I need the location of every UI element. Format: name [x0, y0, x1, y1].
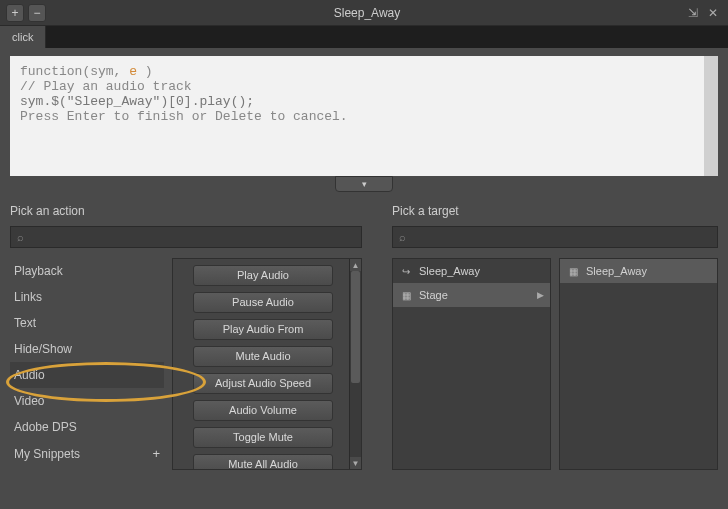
action-scrollbar[interactable]: ▲ ▼: [349, 259, 361, 469]
code-comment: // Play an audio track: [20, 79, 708, 94]
scroll-up-icon[interactable]: ▲: [350, 259, 361, 271]
target-col-2: ▦ Sleep_Away: [559, 258, 718, 470]
cat-my-snippets[interactable]: My Snippets +: [10, 440, 164, 467]
return-icon: ↪: [399, 266, 413, 277]
action-play-audio[interactable]: Play Audio: [193, 265, 333, 286]
dock-icon[interactable]: ⇲: [688, 6, 698, 20]
action-audio-volume[interactable]: Audio Volume: [193, 400, 333, 421]
window-titlebar: + − Sleep_Away ⇲ ✕: [0, 0, 728, 26]
pick-target-title: Pick a target: [392, 204, 718, 218]
action-pause-audio[interactable]: Pause Audio: [193, 292, 333, 313]
code-editor[interactable]: function(sym, e ) // Play an audio track…: [10, 56, 718, 176]
target-sleep-away[interactable]: ↪ Sleep_Away: [393, 259, 550, 283]
stage-icon: ▦: [399, 290, 413, 301]
action-adjust-audio-speed[interactable]: Adjust Audio Speed: [193, 373, 333, 394]
event-tabs: click: [0, 26, 728, 48]
window-title: Sleep_Away: [46, 6, 688, 20]
chevron-right-icon: ▶: [537, 290, 544, 300]
cat-adobe-dps[interactable]: Adobe DPS: [10, 414, 164, 440]
tab-click[interactable]: click: [0, 26, 46, 48]
code-line: sym.$("Sleep_Away")[0].play();: [20, 94, 708, 109]
cat-audio[interactable]: Audio: [10, 362, 164, 388]
cat-playback[interactable]: Playback: [10, 258, 164, 284]
cat-links[interactable]: Links: [10, 284, 164, 310]
code-hint: Press Enter to finish or Delete to cance…: [20, 109, 708, 124]
target-search-input[interactable]: ⌕: [392, 226, 718, 248]
scroll-down-icon[interactable]: ▼: [350, 457, 361, 469]
add-snippet-icon[interactable]: +: [152, 446, 160, 461]
element-icon: ▦: [566, 266, 580, 277]
titlebar-minus-button[interactable]: −: [28, 4, 46, 22]
action-mute-audio[interactable]: Mute Audio: [193, 346, 333, 367]
action-search-input[interactable]: ⌕: [10, 226, 362, 248]
cat-text[interactable]: Text: [10, 310, 164, 336]
pick-action-title: Pick an action: [10, 204, 362, 218]
search-icon: ⌕: [17, 231, 24, 243]
cat-video[interactable]: Video: [10, 388, 164, 414]
action-mute-all-audio[interactable]: Mute All Audio: [193, 454, 333, 470]
target-col-1: ↪ Sleep_Away ▦ Stage ▶: [392, 258, 551, 470]
target-stage[interactable]: ▦ Stage ▶: [393, 283, 550, 307]
action-category-list: Playback Links Text Hide/Show Audio Vide…: [10, 258, 164, 470]
cat-hide-show[interactable]: Hide/Show: [10, 336, 164, 362]
target-child-sleep-away[interactable]: ▦ Sleep_Away: [560, 259, 717, 283]
action-toggle-mute[interactable]: Toggle Mute: [193, 427, 333, 448]
code-signature: function(sym, e ): [20, 64, 708, 79]
action-list: Play Audio Pause Audio Play Audio From M…: [172, 258, 362, 470]
action-play-audio-from[interactable]: Play Audio From: [193, 319, 333, 340]
close-icon[interactable]: ✕: [708, 6, 718, 20]
expand-panel-button[interactable]: ▾: [335, 176, 393, 192]
titlebar-plus-button[interactable]: +: [6, 4, 24, 22]
code-scrollbar[interactable]: [704, 56, 718, 176]
search-icon: ⌕: [399, 231, 406, 243]
